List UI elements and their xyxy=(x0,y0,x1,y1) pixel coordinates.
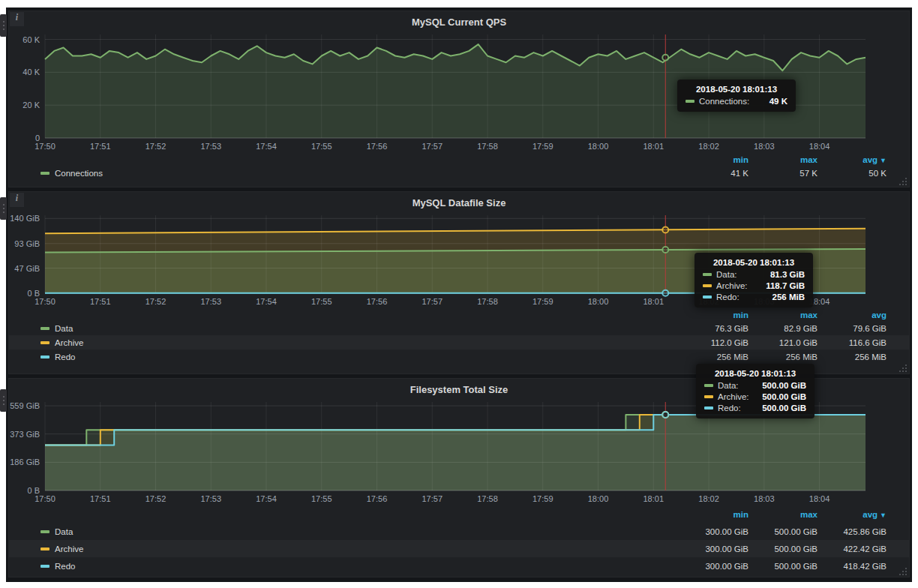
legend-stat-header-max[interactable]: max xyxy=(748,510,818,519)
legend-stat-min: 76.3 GiB xyxy=(680,324,748,333)
series-color-dash-icon xyxy=(40,327,50,330)
series-color-dash-icon xyxy=(40,356,50,358)
panel-drag-handle[interactable] xyxy=(0,14,7,37)
resize-handle-icon[interactable] xyxy=(899,567,908,575)
tooltip-series-name: Connections: xyxy=(699,97,749,106)
legend-stat-header-max[interactable]: max xyxy=(748,155,818,164)
svg-text:17:58: 17:58 xyxy=(477,494,498,503)
series-color-dash-icon xyxy=(686,100,694,103)
svg-text:559 GiB: 559 GiB xyxy=(10,401,40,410)
svg-text:17:51: 17:51 xyxy=(90,494,111,503)
svg-text:0 B: 0 B xyxy=(27,289,40,298)
legend-stat-avg: 50 K xyxy=(818,169,886,178)
legend-stat-min: 300.00 GiB xyxy=(680,562,748,571)
svg-text:17:57: 17:57 xyxy=(422,297,443,306)
legend-series-toggle[interactable]: Redo xyxy=(40,562,680,571)
tooltip-series-row: Data:500.00 GiB xyxy=(704,381,806,390)
legend-stat-header-max[interactable]: max xyxy=(748,310,818,320)
svg-text:186 GiB: 186 GiB xyxy=(10,458,40,466)
legend-series-toggle[interactable]: Data xyxy=(40,324,680,333)
legend-row: Archive300.00 GiB500.00 GiB422.42 GiB xyxy=(9,540,909,557)
svg-text:17:54: 17:54 xyxy=(256,142,277,151)
svg-text:18:01: 18:01 xyxy=(644,297,664,306)
legend: minmaxavg▼Data300.00 GiB500.00 GiB425.86… xyxy=(9,506,909,578)
legend-stat-header-min[interactable]: min xyxy=(680,510,748,519)
hover-tooltip: 2018-05-20 18:01:13Data:500.00 GiBArchiv… xyxy=(696,364,814,418)
svg-text:17:54: 17:54 xyxy=(256,297,277,306)
svg-text:17:56: 17:56 xyxy=(367,142,388,151)
svg-text:17:50: 17:50 xyxy=(34,494,56,503)
legend-stat-header-min[interactable]: min xyxy=(680,310,748,320)
legend-row: Redo256 MiB256 MiB256 MiB xyxy=(9,350,909,364)
legend-stat-header-avg[interactable]: avg▼ xyxy=(818,155,886,164)
resize-handle-icon[interactable] xyxy=(899,364,908,372)
legend-stat-min: 112.0 GiB xyxy=(680,338,748,347)
legend-series-toggle[interactable]: Archive xyxy=(40,338,680,347)
legend-stat-avg: 422.42 GiB xyxy=(818,544,886,554)
legend-row: Data76.3 GiB82.9 GiB79.6 GiB xyxy=(9,321,909,335)
legend-stats-header: minmaxavg▼ xyxy=(9,153,909,166)
panel-title[interactable]: MySQL Datafile Size xyxy=(9,192,909,209)
legend-stat-min: 41 K xyxy=(680,169,748,178)
tooltip-timestamp: 2018-05-20 18:01:13 xyxy=(686,85,788,94)
legend-stat-max: 500.00 GiB xyxy=(748,562,818,571)
svg-text:18:02: 18:02 xyxy=(698,494,719,503)
legend-stat-min: 256 MiB xyxy=(680,352,748,362)
tooltip-series-value: 49 K xyxy=(770,97,788,106)
svg-text:60 K: 60 K xyxy=(22,35,40,44)
svg-text:17:57: 17:57 xyxy=(422,142,443,151)
panel-title[interactable]: MySQL Current QPS xyxy=(9,11,909,28)
legend-stat-max: 500.00 GiB xyxy=(748,544,818,554)
tooltip-series-name: Archive: xyxy=(716,281,748,290)
series-color-dash-icon xyxy=(40,530,50,533)
svg-text:17:58: 17:58 xyxy=(477,142,498,151)
panel-drag-handle[interactable] xyxy=(0,197,7,220)
legend-stat-header-avg[interactable]: avg xyxy=(818,310,886,320)
svg-text:373 GiB: 373 GiB xyxy=(10,430,40,439)
panel-drag-handle[interactable] xyxy=(0,389,7,412)
series-color-dash-icon xyxy=(703,296,712,298)
svg-text:18:00: 18:00 xyxy=(588,142,609,151)
legend-stat-avg: 256 MiB xyxy=(818,352,886,362)
legend-stat-max: 57 K xyxy=(748,169,818,178)
tooltip-series-value: 500.00 GiB xyxy=(762,381,806,390)
tooltip-series-value: 500.00 GiB xyxy=(762,392,806,401)
hover-tooltip: 2018-05-20 18:01:13Data:81.3 GiBArchive:… xyxy=(694,253,813,308)
legend-stat-max: 500.00 GiB xyxy=(748,527,818,536)
series-color-dash-icon xyxy=(40,172,50,175)
legend-stat-header-avg[interactable]: avg▼ xyxy=(818,510,886,519)
svg-text:17:54: 17:54 xyxy=(256,494,277,503)
tooltip-series-value: 256 MiB xyxy=(772,292,805,302)
series-color-dash-icon xyxy=(703,273,712,276)
tooltip-series-value: 81.3 GiB xyxy=(770,270,805,279)
svg-text:17:53: 17:53 xyxy=(200,142,221,151)
svg-text:17:53: 17:53 xyxy=(200,494,221,503)
tooltip-series-row: Connections:49 K xyxy=(686,97,788,106)
tooltip-series-row: Archive:500.00 GiB xyxy=(704,392,806,401)
svg-text:18:01: 18:01 xyxy=(644,494,664,503)
svg-text:18:01: 18:01 xyxy=(644,142,664,151)
legend-stat-max: 256 MiB xyxy=(748,352,818,362)
hover-tooltip: 2018-05-20 18:01:13Connections:49 K xyxy=(677,80,796,112)
series-color-dash-icon xyxy=(40,341,50,344)
svg-text:17:51: 17:51 xyxy=(90,142,111,151)
svg-text:0 B: 0 B xyxy=(27,486,40,495)
svg-text:40 K: 40 K xyxy=(22,68,40,76)
svg-text:20 K: 20 K xyxy=(22,100,40,110)
legend-series-toggle[interactable]: Data xyxy=(40,527,680,536)
tooltip-series-value: 500.00 GiB xyxy=(762,404,806,412)
resize-handle-icon[interactable] xyxy=(899,177,908,185)
svg-text:18:02: 18:02 xyxy=(698,142,719,151)
legend: minmaxavg▼Connections41 K57 K50 K xyxy=(9,153,909,183)
info-icon[interactable]: i xyxy=(10,193,24,207)
legend-series-toggle[interactable]: Connections xyxy=(40,169,680,178)
legend-series-toggle[interactable]: Redo xyxy=(40,352,680,362)
legend-stat-header-min[interactable]: min xyxy=(680,155,748,164)
legend-series-toggle[interactable]: Archive xyxy=(40,544,680,554)
svg-text:17:53: 17:53 xyxy=(200,297,221,306)
legend-stat-max: 82.9 GiB xyxy=(748,324,818,333)
info-icon[interactable]: i xyxy=(10,12,24,26)
svg-text:17:50: 17:50 xyxy=(34,142,56,151)
svg-text:17:56: 17:56 xyxy=(367,494,388,503)
legend-row: Archive112.0 GiB121.0 GiB116.6 GiB xyxy=(9,335,909,350)
